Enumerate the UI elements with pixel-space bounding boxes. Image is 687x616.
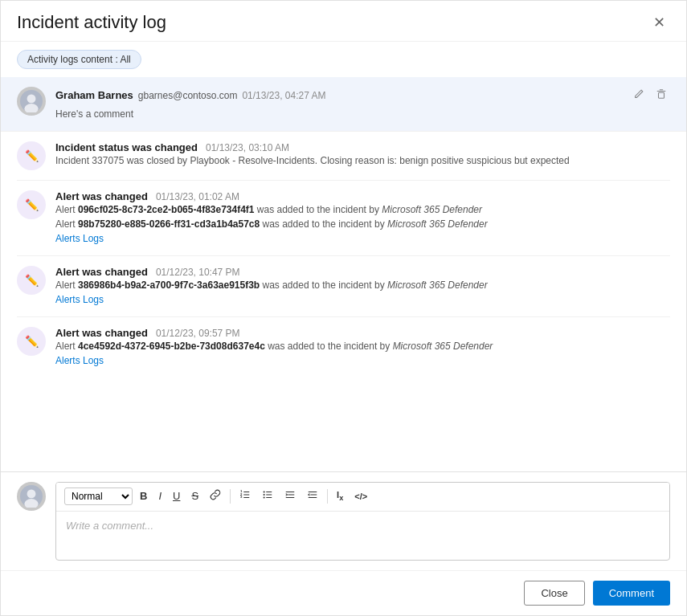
svg-rect-3: [659, 92, 665, 98]
link-button[interactable]: [206, 487, 225, 506]
close-button[interactable]: Close: [524, 581, 584, 606]
alert-id: 4ce4592d-4372-6945-b2be-73d08d637e4c: [78, 341, 265, 352]
strikethrough-button[interactable]: S: [187, 487, 202, 505]
system-icon-circle: ✏️: [17, 141, 46, 170]
source-name: Microsoft 365 Defender: [382, 204, 482, 215]
comment-input[interactable]: Write a comment...: [56, 512, 669, 560]
comment-area: Normal Heading 1 Heading 2 B I U S: [1, 471, 686, 570]
log-body-line: Alert 096cf025-8c73-2ce2-b065-4f83e734f4…: [55, 202, 670, 217]
log-title-area: Incident status was changed 01/13/23, 03…: [55, 141, 670, 153]
dialog-header: Incident activity log ✕: [1, 1, 686, 42]
log-body-line: Alert 4ce4592d-4372-6945-b2be-73d08d637e…: [55, 339, 670, 353]
log-title-area: Alert was changed 01/12/23, 10:47 PM: [55, 266, 670, 278]
incident-activity-log-dialog: Incident activity log ✕ Activity logs co…: [0, 0, 687, 616]
log-content: Alert was changed 01/13/23, 01:02 AM Ale…: [55, 190, 670, 246]
svg-point-1: [27, 94, 36, 103]
svg-point-19: [264, 494, 265, 496]
current-user-avatar: [17, 482, 46, 511]
unordered-list-button[interactable]: [258, 487, 277, 506]
system-icon-circle: ✏️: [17, 266, 46, 295]
source-name: Microsoft 365 Defender: [387, 279, 488, 291]
svg-point-20: [264, 496, 265, 498]
log-body: Incident 337075 was closed by Playbook -…: [55, 153, 670, 168]
pencil-icon: ✏️: [25, 149, 39, 162]
format-select[interactable]: Normal Heading 1 Heading 2: [64, 487, 133, 505]
log-actions: [630, 87, 670, 104]
log-content: Alert was changed 01/12/23, 09:57 PM Ale…: [55, 327, 670, 368]
alert-id: 386986b4-b9a2-a700-9f7c-3a63ae915f3b: [78, 279, 260, 291]
code-button[interactable]: </>: [350, 489, 371, 504]
log-body: Alert 096cf025-8c73-2ce2-b065-4f83e734f4…: [55, 202, 670, 246]
alerts-logs-link[interactable]: Alerts Logs: [55, 233, 104, 244]
log-body: Alert 386986b4-b9a2-a700-9f7c-3a63ae915f…: [55, 278, 670, 307]
log-item: ✏️ Alert was changed 01/13/23, 01:02 AM …: [17, 181, 670, 256]
decrease-indent-button[interactable]: [280, 487, 300, 506]
log-action-title: Alert was changed: [55, 190, 148, 202]
log-item: ✏️ Alert was changed 01/12/23, 09:57 PM …: [17, 317, 670, 377]
avatar: [17, 87, 46, 116]
ordered-list-button[interactable]: 1 2 3: [235, 487, 255, 506]
comment-toolbar: Normal Heading 1 Heading 2 B I U S: [56, 483, 669, 512]
log-action-time: 01/12/23, 09:57 PM: [156, 328, 240, 339]
bold-button[interactable]: B: [136, 487, 151, 505]
dialog-title: Incident activity log: [17, 12, 166, 33]
comment-placeholder: Write a comment...: [66, 520, 153, 532]
log-action-title: Alert was changed: [55, 266, 148, 278]
alerts-logs-link[interactable]: Alerts Logs: [55, 355, 104, 366]
log-comment-text: Here's a comment: [55, 108, 133, 120]
alerts-logs-link[interactable]: Alerts Logs: [55, 294, 104, 305]
source-name: Microsoft 365 Defender: [393, 341, 493, 352]
dialog-footer: Close Comment: [1, 570, 686, 615]
svg-point-7: [27, 489, 36, 498]
log-action-title: Alert was changed: [55, 327, 148, 339]
log-email: gbarnes@contoso.com: [138, 90, 238, 101]
source-name: Microsoft 365 Defender: [387, 218, 488, 230]
alert-id: 096cf025-8c73-2ce2-b065-4f83e734f4f1: [78, 204, 255, 215]
comment-button[interactable]: Comment: [593, 581, 670, 606]
log-action-title: Incident status was changed: [55, 141, 198, 153]
dialog-close-button[interactable]: ✕: [648, 14, 670, 31]
log-action-time: 01/13/23, 03:10 AM: [206, 142, 289, 153]
log-body-line: Alert 386986b4-b9a2-a700-9f7c-3a63ae915f…: [55, 278, 670, 292]
log-title-area: Alert was changed 01/13/23, 01:02 AM: [55, 190, 670, 202]
log-body-text: Incident 337075 was closed by Playbook -…: [55, 155, 570, 166]
svg-point-18: [264, 491, 265, 492]
log-header-row: Graham Barnes gbarnes@contoso.com 01/13/…: [55, 87, 670, 104]
alert-id: 98b75280-e885-0266-ff31-cd3a1b4a57c8: [78, 218, 260, 230]
clear-format-button[interactable]: Ix: [333, 487, 347, 505]
log-action-time: 01/13/23, 01:02 AM: [156, 191, 239, 202]
underline-button[interactable]: U: [169, 487, 184, 505]
toolbar-separator: [230, 489, 231, 504]
log-action-time: 01/12/23, 10:47 PM: [156, 267, 240, 278]
edit-comment-button[interactable]: [630, 87, 648, 104]
log-title-area: Graham Barnes gbarnes@contoso.com 01/13/…: [55, 89, 326, 101]
toolbar-separator: [327, 489, 328, 504]
filter-bar: Activity logs content : All: [1, 42, 686, 77]
increase-indent-button[interactable]: [303, 487, 322, 506]
italic-button[interactable]: I: [154, 487, 166, 505]
log-content: Incident status was changed 01/13/23, 03…: [55, 141, 670, 168]
activity-log-filter-pill[interactable]: Activity logs content : All: [17, 50, 141, 69]
delete-comment-button[interactable]: [652, 87, 670, 104]
log-body: Here's a comment: [55, 107, 670, 121]
system-icon-circle: ✏️: [17, 190, 46, 219]
log-item: Graham Barnes gbarnes@contoso.com 01/13/…: [1, 77, 686, 132]
pencil-icon: ✏️: [25, 198, 39, 211]
system-icon-circle: ✏️: [17, 327, 46, 356]
log-content: Alert was changed 01/12/23, 10:47 PM Ale…: [55, 266, 670, 307]
log-list: Graham Barnes gbarnes@contoso.com 01/13/…: [1, 77, 686, 471]
pencil-icon: ✏️: [25, 335, 39, 348]
svg-text:3: 3: [240, 495, 243, 499]
log-body: Alert 4ce4592d-4372-6945-b2be-73d08d637e…: [55, 339, 670, 368]
log-user: Graham Barnes: [55, 89, 133, 101]
comment-box: Normal Heading 1 Heading 2 B I U S: [55, 482, 670, 561]
log-item: ✏️ Incident status was changed 01/13/23,…: [17, 132, 670, 181]
log-title-area: Alert was changed 01/12/23, 09:57 PM: [55, 327, 670, 339]
log-body-line: Alert 98b75280-e885-0266-ff31-cd3a1b4a57…: [55, 217, 670, 231]
log-content: Graham Barnes gbarnes@contoso.com 01/13/…: [55, 87, 670, 121]
log-item: ✏️ Alert was changed 01/12/23, 10:47 PM …: [17, 256, 670, 317]
log-time: 01/13/23, 04:27 AM: [242, 90, 325, 101]
pencil-icon: ✏️: [25, 274, 39, 287]
